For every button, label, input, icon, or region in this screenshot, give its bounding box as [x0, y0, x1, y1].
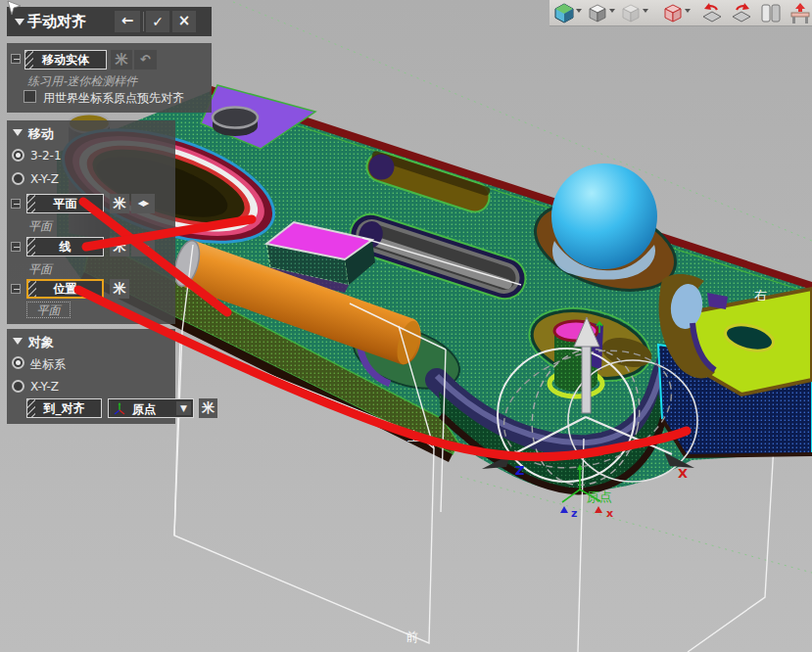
tree-expander-icon[interactable] [11, 199, 21, 209]
x-axis-label: X [678, 466, 688, 481]
to-align-field[interactable]: 到_对齐 [26, 398, 102, 418]
entity-note: 练习用-迷你检测样件 [27, 73, 137, 90]
z-axis-label: Z [515, 463, 524, 478]
position-sub-box: 平面 [26, 302, 71, 318]
pick-target-button[interactable]: 米 [199, 398, 217, 418]
line-field[interactable]: 线 [26, 237, 104, 256]
dropdown-caret-icon[interactable] [685, 9, 691, 13]
panel-title: 手动对齐 [27, 13, 86, 31]
application-window: 原点 z x Z X 右 上 前 [0, 0, 812, 652]
origin-label: 原点 [587, 489, 612, 504]
radio-321[interactable] [12, 149, 24, 162]
target-dropdown-value: 原点 [132, 401, 156, 418]
position-field[interactable]: 位置 [26, 279, 104, 299]
divider [143, 12, 144, 31]
world-origin-checkbox[interactable] [24, 90, 36, 103]
confirm-button[interactable]: ✓ [146, 11, 169, 32]
move-section: 移动 3-2-1 X-Y-Z 平面 米 ◀▶ 平面 线 米 ◀▶ 平面 位置 米… [7, 120, 175, 324]
pick-plane-button[interactable]: 米 [110, 194, 129, 213]
mini-x-label: x [606, 507, 613, 520]
isometric-view-icon[interactable] [552, 2, 575, 24]
move-entity-field[interactable]: 移动实体 [24, 50, 107, 70]
view-toolbar [549, 0, 812, 26]
radio-321-label: 3-2-1 [30, 149, 62, 163]
collapse-triangle-icon[interactable] [15, 19, 24, 25]
pick-entity-button[interactable]: 米 [111, 50, 132, 70]
cursor-flag-icon [6, 0, 24, 16]
tree-expander-icon[interactable] [11, 284, 21, 294]
radio-xyz[interactable] [12, 172, 24, 185]
dropdown-arrow-icon[interactable]: ▼ [176, 401, 191, 415]
plane-sub-label: 平面 [28, 218, 52, 235]
axis-triad-icon [112, 400, 127, 416]
radio-xyz-label: X-Y-Z [30, 172, 59, 186]
swap-line-button[interactable]: ◀▶ [131, 237, 155, 256]
workbench-reset-icon[interactable] [788, 2, 812, 24]
rotate-plane-right-icon[interactable] [729, 2, 753, 24]
pick-line-button[interactable]: 米 [110, 237, 129, 256]
split-view-icon[interactable] [759, 2, 782, 24]
hatch-strip [25, 51, 33, 69]
tree-expander-icon [11, 54, 21, 64]
align-panel-header: 手动对齐 ← ✓ × [7, 7, 212, 36]
dropdown-caret-icon[interactable] [576, 9, 582, 13]
move-section-header: 移动 [28, 125, 54, 143]
radio-coordinate-label: 坐标系 [30, 356, 66, 373]
radio-xyz-object-label: X-Y-Z [30, 380, 59, 394]
pick-position-button[interactable]: 米 [110, 279, 129, 299]
ghost-cube-view-icon[interactable] [619, 2, 642, 24]
mini-z-label: z [571, 507, 577, 520]
collapse-triangle-icon[interactable] [13, 129, 23, 136]
front-plane-label: 前 [406, 629, 418, 644]
solid-cube-view-icon[interactable] [586, 2, 608, 24]
collapse-triangle-icon[interactable] [13, 338, 23, 345]
target-dropdown[interactable]: 原点 ▼ [108, 398, 194, 418]
top-plane-label: 上 [407, 429, 420, 443]
move-entity-section: 移动实体 米 ↶ 练习用-迷你检测样件 用世界坐标系原点预先对齐 [7, 43, 212, 113]
line-sub-label: 平面 [28, 261, 52, 278]
plane-field[interactable]: 平面 [26, 194, 104, 213]
close-button[interactable]: × [172, 11, 196, 32]
world-origin-checkbox-label: 用世界坐标系原点预先对齐 [43, 90, 184, 107]
swap-plane-button[interactable]: ◀▶ [131, 194, 155, 213]
undo-button[interactable]: ↶ [134, 50, 157, 70]
back-button[interactable]: ← [115, 11, 140, 32]
radio-xyz-object[interactable] [12, 380, 24, 393]
rotate-plane-left-icon[interactable] [699, 2, 724, 24]
wireframe-cube-view-icon[interactable] [661, 2, 684, 24]
dropdown-caret-icon[interactable] [609, 9, 615, 13]
radio-coordinate[interactable] [12, 356, 24, 369]
object-section-header: 对象 [28, 334, 54, 351]
object-section: 对象 坐标系 X-Y-Z 到_对齐 原点 ▼ 米 [7, 329, 175, 424]
tree-expander-icon[interactable] [11, 242, 21, 252]
right-plane-label: 右 [754, 288, 767, 303]
dropdown-caret-icon[interactable] [643, 9, 648, 13]
